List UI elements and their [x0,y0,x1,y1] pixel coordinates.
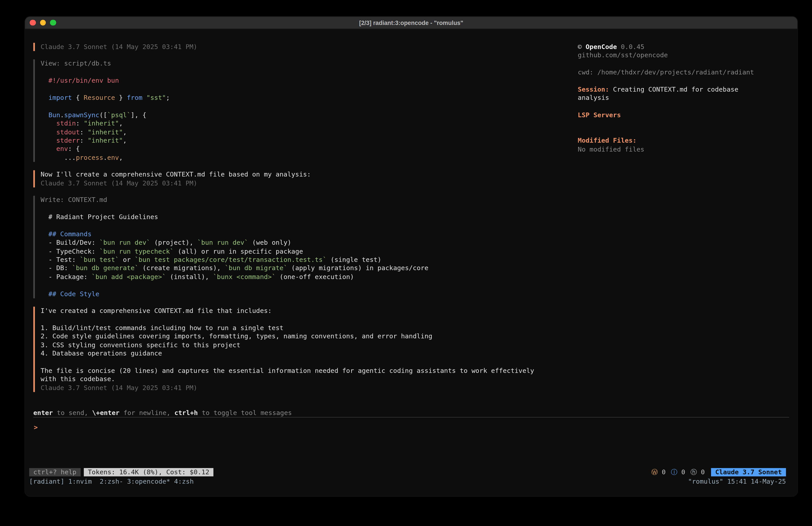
text-line: stdin: "inherit", [41,119,575,128]
text-line: ...process.env, [41,154,575,162]
text-line: - Test: `bun test` or `bun test packages… [41,256,575,264]
text-segment: : [80,128,88,136]
text-segment: "sst" [146,94,166,102]
text-segment: ... [41,154,76,161]
text-segment: `bun db generate` [72,264,139,272]
keybinding-help-line: enter to send, \+enter for newline, ctrl… [33,409,292,417]
text-segment: : { [68,145,80,153]
lsp-servers-heading: LSP Servers [578,111,763,119]
info-diagnostic: ⓘ 0 [671,468,685,476]
text-segment: 3. CSS styling conventions specific to t… [41,341,241,349]
text-line [41,281,575,290]
tmux-window-3:opencode[interactable]: 3:opencode* [127,478,170,485]
app-header: © OpenCode 0.0.45 [578,43,763,51]
tmux-window-4:zsh[interactable]: 4:zsh [174,478,194,485]
text-segment: `bun test` [80,256,119,264]
text-segment: stdin [56,119,76,127]
traffic-lights [30,17,56,29]
text-segment: Now I'll create a comprehensive CONTEXT.… [41,170,311,178]
blank-line [578,102,763,111]
text-segment: to send, [53,409,92,416]
tool-call-view: View: script/db.ts #!/usr/bin/env bun im… [33,59,575,162]
text-segment: `psql` [107,111,131,118]
prompt-indicator: > [34,423,38,432]
modified-files-heading: Modified Files: [578,137,763,145]
text-line [41,102,575,111]
text-segment: (install), [166,273,213,280]
tokens-cost-badge: Tokens: 16.4K (8%), Cost: $0.12 [84,468,214,476]
session-line: Session: Creating CONTEXT.md for codebas… [578,85,763,102]
text-segment: I've created a comprehensive CONTEXT.md … [41,307,272,314]
close-button[interactable] [30,19,36,26]
text-segment: Claude 3.7 Sonnet (14 May 2025 03:41 PM) [41,43,197,51]
text-line: 2. Code style guidelines covering import… [41,332,575,341]
hint-icon: ⓗ [691,468,697,475]
zoom-button[interactable] [50,19,56,26]
text-segment: 1. Build/lint/test commands including ho… [41,324,284,331]
text-segment: View: script/db.ts [41,59,111,67]
text-line [41,204,575,213]
text-line: stdout: "inherit", [41,128,575,137]
text-line: with this codebase. [41,375,575,383]
text-segment: , [119,119,123,127]
text-line: 3. CSS styling conventions specific to t… [41,341,575,349]
help-badge[interactable]: ctrl+? help [29,468,81,476]
text-line: 1. Build/lint/test commands including ho… [41,324,575,332]
terminal-window: [2/3] radiant:3:opencode - "romulus" Cla… [25,17,797,496]
text-line: #!/usr/bin/env bun [41,77,575,85]
text-segment: to toggle tool messages [198,409,292,416]
text-line: Claude 3.7 Sonnet (14 May 2025 03:41 PM) [41,179,575,187]
text-segment: ctrl+h [174,409,198,416]
info-icon: ⓘ [671,468,678,475]
blank-line [578,128,763,137]
text-segment [41,111,48,118]
text-line: - Build/Dev: `bun run dev` (project), `b… [41,239,575,247]
window-titlebar: [2/3] radiant:3:opencode - "romulus" [25,17,797,29]
text-segment: ## Code Style [41,290,99,298]
text-segment: . [60,111,64,118]
text-segment: 4. Database operations guidance [41,349,162,357]
text-line: - DB: `bun db generate` (create migratio… [41,264,575,273]
text-segment: - TypeCheck: [41,247,99,255]
text-segment: `bun test packages/core/test/transaction… [134,256,327,264]
text-segment: or [119,256,134,264]
text-segment: # Radiant Project Guidelines [41,213,158,221]
text-segment: (single test) [327,256,381,264]
status-bar: ctrl+? help Tokens: 16.4K (8%), Cost: $0… [29,468,786,476]
text-segment: "inherit" [88,137,123,144]
text-segment: Claude 3.7 Sonnet (14 May 2025 03:41 PM) [41,179,197,187]
text-segment: 2. Code style guidelines covering import… [41,332,432,340]
text-segment: { [72,94,84,102]
tmux-window-1:nvim[interactable]: 1:nvim [69,478,96,485]
text-line: Claude 3.7 Sonnet (14 May 2025 03:41 PM) [41,43,575,51]
text-segment: spawnSync [64,111,99,118]
text-segment [41,128,56,136]
tmux-window-2:zsh[interactable]: 2:zsh- [100,478,123,485]
text-segment: from [127,94,142,102]
text-segment: The file is concise (20 lines) and captu… [41,366,534,374]
hint-diagnostic: ⓗ 0 [691,468,705,476]
message-input-row[interactable]: > [34,423,789,432]
text-segment: (project), [150,239,197,246]
text-segment: ## Commands [41,230,91,238]
text-segment: `bun run dev` [99,239,150,246]
tmux-status-right: "romulus" 15:41 14-May-25 [688,478,786,486]
text-segment: OpenCode [585,43,617,51]
assistant-message: I've created a comprehensive CONTEXT.md … [33,307,575,392]
model-badge[interactable]: Claude 3.7 Sonnet [711,468,786,476]
text-segment: \+enter [92,409,119,416]
minimize-button[interactable] [40,19,46,26]
window-title: [2/3] radiant:3:opencode - "romulus" [359,19,463,26]
text-segment: ; [166,94,170,102]
message-input[interactable] [42,423,789,432]
text-segment: "inherit" [84,119,119,127]
warning-diagnostic: Ⓦ 0 [651,468,666,476]
repo-url: github.com/sst/opencode [578,51,763,60]
warning-count: 0 [658,468,666,475]
text-line: import { Resource } from "sst"; [41,94,575,102]
text-segment [41,145,56,153]
text-line: Write: CONTEXT.md [41,196,575,204]
text-line: # Radiant Project Guidelines [41,213,575,221]
text-line: Claude 3.7 Sonnet (14 May 2025 03:41 PM) [41,384,575,392]
tool-call-write: Write: CONTEXT.md # Radiant Project Guid… [33,196,575,298]
